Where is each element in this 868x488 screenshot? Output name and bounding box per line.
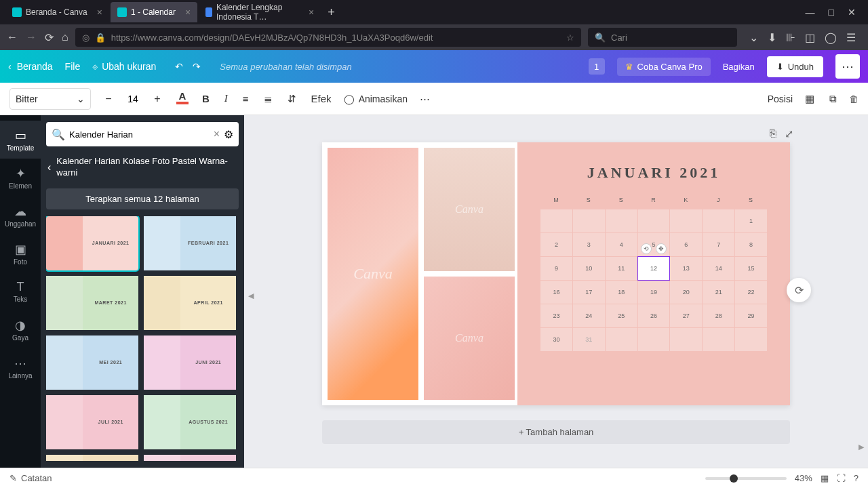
sidebar-icon[interactable]: ◫: [805, 31, 815, 44]
align-button[interactable]: ≡: [240, 90, 252, 107]
calendar-cell[interactable]: 31: [573, 328, 605, 351]
calendar-cell[interactable]: 27: [670, 304, 702, 327]
duplicate-page-icon[interactable]: ⎘: [770, 127, 776, 140]
calendar-cell[interactable]: [606, 328, 637, 351]
calendar-cell[interactable]: 26: [638, 304, 670, 327]
close-window-icon[interactable]: ✕: [848, 7, 856, 18]
more-button[interactable]: ⋯: [835, 54, 860, 79]
pocket-icon[interactable]: ⌄: [749, 31, 758, 44]
file-menu[interactable]: File: [65, 61, 81, 72]
calendar-cell[interactable]: 16: [540, 281, 572, 304]
maximize-icon[interactable]: □: [829, 7, 834, 18]
calendar-cell[interactable]: 6: [670, 233, 702, 256]
nav-elemen[interactable]: ✦Elemen: [0, 159, 41, 197]
effects-button[interactable]: Efek: [309, 90, 334, 107]
delete-button[interactable]: 🗑: [849, 94, 859, 104]
pro-button[interactable]: ♛ Coba Canva Pro: [617, 58, 711, 76]
calendar-cell[interactable]: [638, 328, 670, 351]
position-button[interactable]: Posisi: [768, 94, 793, 104]
close-icon[interactable]: ×: [185, 7, 191, 18]
library-icon[interactable]: ⊪: [786, 31, 795, 44]
help-icon[interactable]: ?: [854, 473, 859, 483]
download-button[interactable]: ⬇ Unduh: [767, 56, 823, 77]
calendar-cell[interactable]: 1: [735, 209, 767, 232]
search-input[interactable]: [69, 129, 210, 140]
template-thumb[interactable]: OKTOBER 2021: [144, 455, 236, 461]
calendar-cell[interactable]: 2: [540, 233, 572, 256]
decrease-size-button[interactable]: −: [100, 91, 117, 107]
font-size-input[interactable]: [121, 94, 145, 104]
calendar-cell[interactable]: 12⟲✥: [638, 257, 670, 280]
increase-size-button[interactable]: +: [149, 91, 165, 107]
reload-icon[interactable]: ⟳: [45, 31, 54, 44]
calendar-cell[interactable]: 10: [573, 257, 605, 280]
home-button[interactable]: ‹ Beranda: [8, 61, 53, 72]
animate-button[interactable]: ◯ Animasikan: [344, 94, 408, 104]
new-tab-button[interactable]: +: [322, 5, 340, 20]
photo-slot-1[interactable]: Canva: [328, 148, 418, 400]
calendar-cell[interactable]: 9: [540, 257, 572, 280]
canvas-area[interactable]: ⎘ ⤢ Canva Canva Canva JANUARI 2021 MSSRK…: [244, 115, 868, 468]
calendar-cell[interactable]: 4: [606, 233, 637, 256]
calendar-cell[interactable]: 15: [735, 257, 767, 280]
calendar-cell[interactable]: 8: [735, 233, 767, 256]
resize-button[interactable]: ⟐ Ubah ukuran: [92, 61, 156, 72]
calendar-cell[interactable]: 22: [735, 281, 767, 304]
template-thumb[interactable]: JANUARI 2021: [46, 216, 138, 270]
calendar-cell[interactable]: 24: [573, 304, 605, 327]
menu-icon[interactable]: ☰: [846, 31, 856, 44]
calendar-cell[interactable]: 14: [703, 257, 734, 280]
filter-icon[interactable]: ⚙: [224, 128, 233, 141]
browser-tab[interactable]: Beranda - Canva ×: [5, 2, 109, 22]
forward-icon[interactable]: →: [26, 31, 37, 44]
photo-slot-2[interactable]: Canva: [424, 148, 515, 271]
zoom-slider[interactable]: [705, 477, 787, 480]
nav-teks[interactable]: TTeks: [0, 272, 41, 310]
url-bar[interactable]: ◎ 🔒 https://www.canva.com/design/DAEvH2M…: [75, 28, 581, 47]
undo-icon[interactable]: ↶: [175, 61, 183, 72]
home-icon[interactable]: ⌂: [62, 31, 68, 44]
design-page[interactable]: Canva Canva Canva JANUARI 2021 MSSRKJS12…: [322, 142, 790, 405]
prev-page-arrow[interactable]: ◀: [248, 291, 254, 300]
close-icon[interactable]: ×: [309, 7, 314, 18]
browser-search[interactable]: 🔍 Cari: [588, 28, 737, 47]
apply-all-button[interactable]: Terapkan semua 12 halaman: [46, 188, 239, 209]
calendar-cell[interactable]: [703, 328, 734, 351]
template-thumb[interactable]: APRIL 2021: [144, 276, 236, 330]
template-thumb[interactable]: FEBRUARI 2021: [144, 216, 236, 270]
share-button[interactable]: Bagikan: [723, 62, 755, 72]
calendar-cell[interactable]: [703, 209, 734, 232]
account-icon[interactable]: ◯: [825, 31, 837, 44]
star-icon[interactable]: ☆: [566, 33, 574, 43]
photo-slot-3[interactable]: Canva: [424, 277, 515, 400]
calendar-cell[interactable]: 17: [573, 281, 605, 304]
calendar-cell[interactable]: 28: [703, 304, 734, 327]
list-button[interactable]: ≣: [261, 90, 275, 108]
template-thumb[interactable]: AGUSTUS 2021: [144, 395, 236, 449]
calendar-cell[interactable]: [638, 209, 670, 232]
calendar-cell[interactable]: 3: [573, 233, 605, 256]
calendar-cell[interactable]: [606, 209, 637, 232]
font-select[interactable]: Bitter ⌄: [9, 88, 91, 110]
template-thumb[interactable]: MARET 2021: [46, 276, 138, 330]
bold-button[interactable]: B: [199, 90, 212, 107]
calendar-cell[interactable]: [670, 328, 702, 351]
fullscreen-icon[interactable]: ⛶: [837, 473, 846, 483]
more-text-options[interactable]: ⋯: [417, 90, 433, 108]
calendar-cell[interactable]: [670, 209, 702, 232]
refresh-float-button[interactable]: ⟳: [787, 278, 811, 302]
transparency-button[interactable]: ▦: [802, 90, 817, 108]
rotate-icon[interactable]: ⟲: [641, 243, 652, 254]
nav-lainnya[interactable]: ⋯Lainnya: [0, 348, 41, 386]
calendar-cell[interactable]: [573, 209, 605, 232]
calendar-cell[interactable]: 11: [606, 257, 637, 280]
calendar-cell[interactable]: 13: [670, 257, 702, 280]
spacing-button[interactable]: ⇵: [285, 90, 299, 108]
calendar-cell[interactable]: 29: [735, 304, 767, 327]
nav-template[interactable]: ▭Template: [0, 121, 41, 159]
nav-gaya[interactable]: ◑Gaya: [0, 310, 41, 348]
expand-page-icon[interactable]: ⤢: [785, 127, 793, 140]
template-thumb[interactable]: JULI 2021: [46, 395, 138, 449]
calendar-title[interactable]: JANUARI 2021: [540, 164, 767, 182]
calendar-cell[interactable]: [540, 209, 572, 232]
